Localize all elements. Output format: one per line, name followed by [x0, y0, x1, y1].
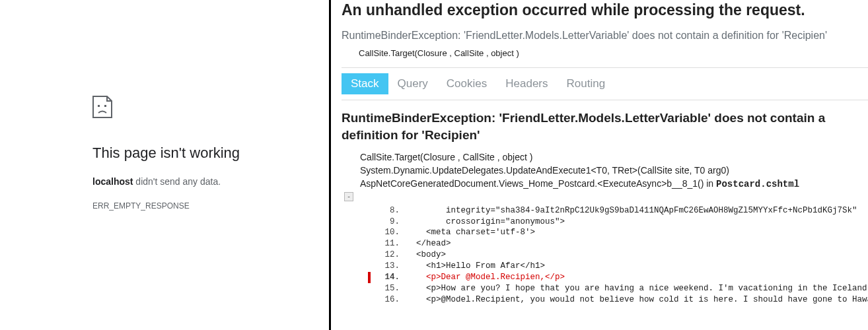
source-file-name: Postcard.cshtml — [716, 179, 799, 189]
line-number: 16. — [379, 294, 406, 306]
chrome-error-pane: This page isn't working localhost didn't… — [0, 0, 331, 330]
code-text: crossorigin="anonymous"> — [406, 216, 565, 228]
exception-detail-heading: RuntimeBinderException: 'FriendLetter.Mo… — [342, 110, 868, 143]
line-number: 11. — [379, 238, 406, 249]
code-line: 15. <p>How are you? I hope that you are … — [379, 283, 868, 294]
line-number: 9. — [379, 216, 406, 228]
code-line: 14. <p>Dear @Model.Recipien,</p> — [379, 272, 868, 283]
code-text: <meta charset='utf-8'> — [406, 227, 535, 238]
line-number: 15. — [379, 283, 406, 294]
exception-top-frame: CallSite.Target(Closure , CallSite , obj… — [359, 48, 868, 58]
error-host: localhost — [92, 176, 133, 187]
code-line: 16. <p>@Model.Recipient, you would not b… — [379, 294, 868, 306]
sad-page-icon — [92, 96, 112, 118]
stack-frames: CallSite.Target(Closure , CallSite , obj… — [342, 150, 868, 306]
source-code-block: 8. integrity="sha384-9aIt2nRpC12Uk9gS9ba… — [379, 205, 868, 306]
code-text: <p>Dear @Model.Recipien,</p> — [406, 272, 565, 283]
error-description: localhost didn't send any data. — [92, 176, 304, 187]
line-number: 8. — [379, 205, 406, 216]
tab-cookies[interactable]: Cookies — [437, 73, 496, 94]
exception-page: An unhandled exception occurred while pr… — [331, 0, 868, 330]
code-line: 12. <body> — [379, 249, 868, 261]
code-text: <h1>Hello From Afar</h1> — [406, 261, 545, 272]
svg-rect-0 — [98, 105, 100, 107]
code-text: <body> — [406, 249, 446, 261]
code-text: integrity="sha384-9aIt2nRpC12Uk9gS9baDl4… — [406, 205, 857, 216]
line-number: 13. — [379, 261, 406, 272]
tab-query[interactable]: Query — [388, 73, 437, 94]
line-number: 14. — [379, 272, 406, 283]
svg-rect-1 — [104, 105, 106, 107]
error-code: ERR_EMPTY_RESPONSE — [92, 201, 304, 211]
error-title: This page isn't working — [92, 145, 304, 162]
code-text: <p>How are you? I hope that you are havi… — [406, 283, 868, 294]
collapse-button[interactable]: - — [344, 192, 353, 201]
code-line: 10. <meta charset='utf-8'> — [379, 227, 868, 238]
code-line: 11. </head> — [379, 238, 868, 249]
stack-frame: System.Dynamic.UpdateDelegates.UpdateAnd… — [342, 164, 868, 177]
tab-headers[interactable]: Headers — [496, 73, 557, 94]
code-line: 13. <h1>Hello From Afar</h1> — [379, 261, 868, 272]
code-text: <p>@Model.Recipient, you would not belie… — [406, 294, 868, 306]
tabs: StackQueryCookiesHeadersRouting — [342, 68, 868, 100]
chrome-error-block: This page isn't working localhost didn't… — [92, 96, 304, 211]
exception-heading: An unhandled exception occurred while pr… — [342, 1, 868, 19]
stack-frame-with-source: AspNetCoreGeneratedDocument.Views_Home_P… — [342, 177, 868, 191]
expand-row: - — [342, 191, 868, 203]
exception-summary: RuntimeBinderException: 'FriendLetter.Mo… — [342, 28, 868, 43]
tab-routing[interactable]: Routing — [558, 73, 615, 94]
code-line: 8. integrity="sha384-9aIt2nRpC12Uk9gS9ba… — [379, 205, 868, 216]
code-text: </head> — [406, 238, 451, 249]
stack-frame: CallSite.Target(Closure , CallSite , obj… — [342, 150, 868, 164]
stack-frame-text: AspNetCoreGeneratedDocument.Views_Home_P… — [360, 178, 716, 189]
code-line: 9. crossorigin="anonymous"> — [379, 216, 868, 228]
line-number: 10. — [379, 227, 406, 238]
tab-stack[interactable]: Stack — [342, 73, 388, 94]
line-number: 12. — [379, 249, 406, 261]
error-desc-suffix: didn't send any data. — [133, 176, 221, 187]
